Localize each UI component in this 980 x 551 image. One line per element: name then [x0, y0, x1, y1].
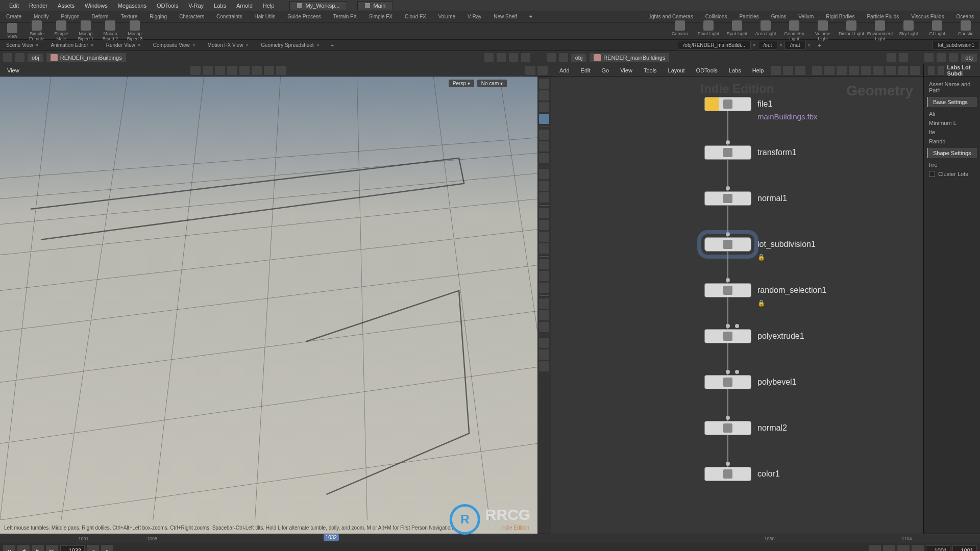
- vp-tool-icon[interactable]: [239, 66, 250, 75]
- path-extra[interactable]: lot_subdivision1: [933, 41, 980, 49]
- net-menu-layout[interactable]: Layout: [663, 66, 690, 74]
- measure-tool-icon[interactable]: [539, 271, 549, 281]
- close-icon[interactable]: ×: [91, 42, 94, 48]
- nav-fwd-icon[interactable]: [15, 53, 24, 62]
- shelf-tool[interactable]: View: [0, 22, 24, 40]
- autokey-button[interactable]: [869, 545, 881, 551]
- node-body[interactable]: [704, 145, 751, 160]
- breadcrumb[interactable]: RENDER_mainBuildings: [46, 53, 126, 62]
- shelf-tool[interactable]: Simple Male: [49, 19, 74, 42]
- net-menu-view[interactable]: View: [615, 66, 638, 74]
- camera-dropdown[interactable]: No cam ▾: [477, 80, 507, 87]
- range-end-field[interactable]: 1001: [952, 545, 977, 551]
- nav-fwd-icon[interactable]: [937, 53, 946, 62]
- network-node[interactable]: normal1: [704, 191, 787, 206]
- pane-tab[interactable]: Render View×: [100, 41, 147, 49]
- current-frame-field[interactable]: 1032: [60, 545, 85, 551]
- timeline-ruler[interactable]: 1001 1008 1032 1080 1104: [0, 534, 980, 543]
- node-body[interactable]: [704, 421, 751, 435]
- node-body[interactable]: [704, 283, 751, 297]
- shelf-tab[interactable]: Cloud FX: [399, 12, 432, 21]
- shade-tool-icon[interactable]: [539, 141, 549, 152]
- net-grid-icon[interactable]: [886, 66, 896, 75]
- pane-tab[interactable]: Animation Editor×: [44, 41, 100, 49]
- view-tool-icon[interactable]: [539, 310, 549, 320]
- path-tab[interactable]: /obj/RENDER_mainBuildi...: [678, 41, 751, 49]
- view-tool-icon[interactable]: [539, 298, 549, 309]
- menu-windows[interactable]: Windows: [80, 1, 113, 10]
- path-tab[interactable]: /mat: [785, 41, 805, 49]
- close-icon[interactable]: ×: [808, 42, 811, 48]
- shelf-tab[interactable]: V-Ray: [461, 12, 487, 21]
- param-tab-base[interactable]: Base Settings: [927, 97, 977, 107]
- shelf-tab[interactable]: Hair Utils: [249, 12, 282, 21]
- snap-tool-icon[interactable]: [539, 181, 549, 191]
- shelf-tab[interactable]: Rigging: [143, 12, 173, 21]
- shelf-tool-spotlight[interactable]: Spot Light: [723, 19, 751, 42]
- node-body[interactable]: [704, 237, 751, 252]
- node-body[interactable]: [704, 191, 751, 206]
- square-icon[interactable]: [521, 53, 530, 62]
- net-grid-icon[interactable]: [873, 66, 884, 75]
- nav-back-icon[interactable]: [3, 53, 12, 62]
- pane-tab[interactable]: Composite View×: [147, 41, 202, 49]
- network-canvas[interactable]: Indie Edition Geometry file1mainBuilding…: [551, 77, 923, 534]
- net-grid-icon[interactable]: [812, 66, 822, 75]
- vp-tool-icon[interactable]: [276, 66, 286, 75]
- net-tool-icon[interactable]: [771, 66, 781, 75]
- help-tool-icon[interactable]: [539, 338, 549, 348]
- net-tool-icon[interactable]: [795, 66, 805, 75]
- breadcrumb[interactable]: RENDER_mainBuildings: [590, 53, 669, 62]
- network-node[interactable]: random_selection1🔒: [704, 283, 826, 297]
- wire-tool-icon[interactable]: [539, 153, 549, 163]
- shelf-tool-camera[interactable]: Camera: [666, 19, 694, 42]
- close-icon[interactable]: ×: [246, 42, 249, 48]
- vp-layout-icon[interactable]: [525, 66, 535, 75]
- snap-tool-icon[interactable]: [539, 192, 549, 203]
- menu-arnold[interactable]: Arnold: [231, 1, 258, 10]
- close-icon[interactable]: ×: [36, 42, 39, 48]
- shelf-tool-pointlight[interactable]: Point Light: [694, 19, 723, 42]
- node-body[interactable]: [704, 97, 751, 111]
- vp-tool-icon[interactable]: [252, 66, 262, 75]
- last-frame-button[interactable]: ⏭: [46, 545, 58, 551]
- menu-help[interactable]: Help: [258, 1, 280, 10]
- close-icon[interactable]: ×: [753, 42, 756, 48]
- vp-tool-icon[interactable]: [215, 66, 225, 75]
- parm-nav-icon[interactable]: [938, 66, 944, 75]
- net-menu-add[interactable]: Add: [554, 66, 575, 74]
- ring-icon[interactable]: [497, 53, 506, 62]
- shelf-tool-skylight[interactable]: Sky Light: [894, 19, 923, 42]
- net-menu-edit[interactable]: Edit: [576, 66, 596, 74]
- view-tool-icon[interactable]: [539, 322, 549, 332]
- nav-back-icon[interactable]: [924, 53, 934, 62]
- menu-assets[interactable]: Assets: [53, 1, 80, 10]
- network-node[interactable]: color1: [704, 467, 780, 481]
- network-node[interactable]: polybevel1: [704, 375, 797, 389]
- net-search-icon[interactable]: [898, 66, 908, 75]
- menu-labs[interactable]: Labs: [209, 1, 231, 10]
- breadcrumb[interactable]: obj: [571, 54, 587, 62]
- menu-vray[interactable]: V-Ray: [183, 1, 209, 10]
- param-tab-shape[interactable]: Shape Settings: [927, 148, 977, 158]
- xform-tool-icon[interactable]: [539, 243, 549, 254]
- pane-tab[interactable]: Geometry Spreadsheet×: [255, 41, 325, 49]
- key-button[interactable]: [883, 545, 895, 551]
- play-back-button[interactable]: ◀: [17, 545, 30, 551]
- close-icon[interactable]: ×: [779, 42, 782, 48]
- vp-tool-icon[interactable]: [227, 66, 237, 75]
- next-key-button[interactable]: ▸: [101, 545, 113, 551]
- shelf-tool-gilight[interactable]: GI Light: [923, 19, 951, 42]
- shelf-tab[interactable]: Simple FX: [363, 12, 399, 21]
- path-tab[interactable]: /out: [758, 41, 778, 49]
- menu-odtools[interactable]: ODTools: [152, 1, 183, 10]
- net-menu-tools[interactable]: Tools: [639, 66, 662, 74]
- scope-button[interactable]: [897, 545, 910, 551]
- shelf-tool-caustic[interactable]: Caustic: [951, 19, 980, 42]
- vp-tool-icon[interactable]: [264, 66, 274, 75]
- nav-fwd-icon[interactable]: [559, 53, 568, 62]
- net-tool-icon[interactable]: [783, 66, 793, 75]
- network-node[interactable]: normal2: [704, 421, 787, 435]
- shelf-tab[interactable]: Characters: [173, 12, 210, 21]
- close-icon[interactable]: ×: [192, 42, 195, 48]
